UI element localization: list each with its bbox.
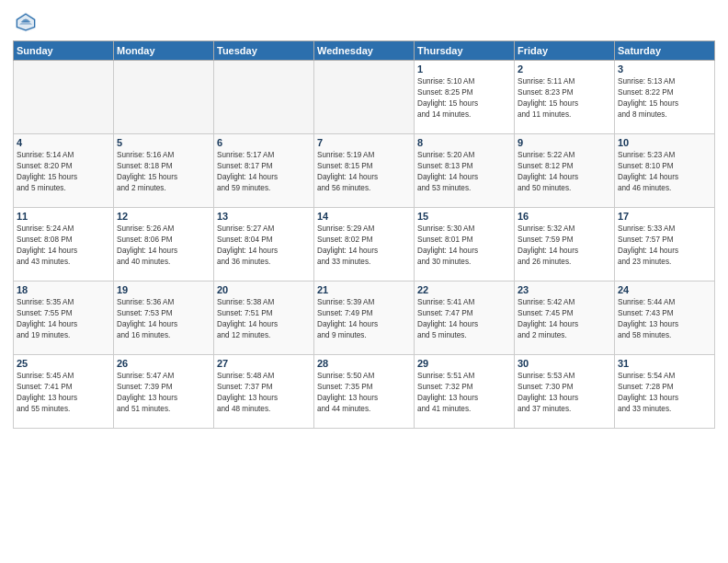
day-number: 13 [217, 211, 311, 222]
day-number: 26 [117, 358, 210, 369]
day-cell: 29Sunrise: 5:51 AMSunset: 7:32 PMDayligh… [415, 355, 515, 429]
day-number: 11 [17, 211, 110, 222]
day-number: 7 [317, 137, 411, 148]
day-cell: 8Sunrise: 5:20 AMSunset: 8:13 PMDaylight… [415, 134, 515, 208]
day-number: 6 [217, 137, 311, 148]
day-info: Sunrise: 5:35 AMSunset: 7:55 PMDaylight:… [17, 297, 110, 341]
header-row: SundayMondayTuesdayWednesdayThursdayFrid… [14, 41, 715, 61]
day-number: 15 [417, 211, 511, 222]
day-cell: 3Sunrise: 5:13 AMSunset: 8:22 PMDaylight… [615, 61, 715, 134]
day-number: 23 [518, 284, 611, 295]
day-header-saturday: Saturday [615, 41, 715, 61]
day-number: 29 [417, 358, 511, 369]
week-row-3: 11Sunrise: 5:24 AMSunset: 8:08 PMDayligh… [14, 208, 715, 282]
day-number: 25 [17, 358, 110, 369]
page-container: SundayMondayTuesdayWednesdayThursdayFrid… [0, 0, 728, 436]
day-cell: 23Sunrise: 5:42 AMSunset: 7:45 PMDayligh… [515, 282, 615, 355]
day-cell: 9Sunrise: 5:22 AMSunset: 8:12 PMDaylight… [515, 134, 615, 208]
day-info: Sunrise: 5:27 AMSunset: 8:04 PMDaylight:… [217, 224, 311, 268]
day-cell: 24Sunrise: 5:44 AMSunset: 7:43 PMDayligh… [615, 282, 715, 355]
day-cell: 31Sunrise: 5:54 AMSunset: 7:28 PMDayligh… [615, 355, 715, 429]
day-info: Sunrise: 5:32 AMSunset: 7:59 PMDaylight:… [518, 224, 611, 268]
day-number: 5 [117, 137, 210, 148]
day-info: Sunrise: 5:11 AMSunset: 8:23 PMDaylight:… [518, 76, 611, 121]
day-number: 27 [217, 358, 311, 369]
day-number: 2 [518, 63, 611, 75]
day-info: Sunrise: 5:36 AMSunset: 7:53 PMDaylight:… [117, 297, 210, 341]
day-number: 30 [518, 358, 611, 369]
day-cell: 7Sunrise: 5:19 AMSunset: 8:15 PMDaylight… [314, 134, 415, 208]
day-header-tuesday: Tuesday [214, 41, 314, 61]
day-cell [114, 61, 214, 134]
day-number: 3 [618, 63, 711, 75]
day-info: Sunrise: 5:38 AMSunset: 7:51 PMDaylight:… [217, 297, 311, 341]
day-cell: 28Sunrise: 5:50 AMSunset: 7:35 PMDayligh… [314, 355, 415, 429]
day-cell: 26Sunrise: 5:47 AMSunset: 7:39 PMDayligh… [114, 355, 214, 429]
day-number: 24 [618, 284, 711, 295]
day-number: 16 [518, 211, 611, 222]
header [13, 9, 715, 35]
day-cell: 27Sunrise: 5:48 AMSunset: 7:37 PMDayligh… [214, 355, 314, 429]
calendar-table: SundayMondayTuesdayWednesdayThursdayFrid… [13, 40, 715, 429]
week-row-1: 1Sunrise: 5:10 AMSunset: 8:25 PMDaylight… [14, 61, 715, 134]
day-cell: 17Sunrise: 5:33 AMSunset: 7:57 PMDayligh… [615, 208, 715, 282]
day-number: 8 [417, 137, 511, 148]
day-number: 9 [518, 137, 611, 148]
day-cell [14, 61, 114, 134]
day-number: 12 [117, 211, 210, 222]
day-info: Sunrise: 5:22 AMSunset: 8:12 PMDaylight:… [518, 150, 611, 194]
day-number: 22 [417, 284, 511, 295]
day-number: 31 [618, 358, 711, 369]
day-number: 18 [17, 284, 110, 295]
day-info: Sunrise: 5:19 AMSunset: 8:15 PMDaylight:… [317, 150, 411, 194]
day-header-monday: Monday [114, 41, 214, 61]
week-row-4: 18Sunrise: 5:35 AMSunset: 7:55 PMDayligh… [14, 282, 715, 355]
day-info: Sunrise: 5:47 AMSunset: 7:39 PMDaylight:… [117, 371, 210, 415]
day-info: Sunrise: 5:10 AMSunset: 8:25 PMDaylight:… [417, 76, 511, 121]
day-cell: 25Sunrise: 5:45 AMSunset: 7:41 PMDayligh… [14, 355, 114, 429]
day-cell: 21Sunrise: 5:39 AMSunset: 7:49 PMDayligh… [314, 282, 415, 355]
day-info: Sunrise: 5:48 AMSunset: 7:37 PMDaylight:… [217, 371, 311, 415]
day-number: 28 [317, 358, 411, 369]
day-number: 4 [17, 137, 110, 148]
day-info: Sunrise: 5:41 AMSunset: 7:47 PMDaylight:… [417, 297, 511, 341]
day-cell: 18Sunrise: 5:35 AMSunset: 7:55 PMDayligh… [14, 282, 114, 355]
week-row-5: 25Sunrise: 5:45 AMSunset: 7:41 PMDayligh… [14, 355, 715, 429]
day-info: Sunrise: 5:51 AMSunset: 7:32 PMDaylight:… [417, 371, 511, 415]
day-cell: 13Sunrise: 5:27 AMSunset: 8:04 PMDayligh… [214, 208, 314, 282]
logo [13, 9, 42, 35]
day-cell: 19Sunrise: 5:36 AMSunset: 7:53 PMDayligh… [114, 282, 214, 355]
day-info: Sunrise: 5:23 AMSunset: 8:10 PMDaylight:… [618, 150, 711, 194]
day-cell [214, 61, 314, 134]
day-cell: 5Sunrise: 5:16 AMSunset: 8:18 PMDaylight… [114, 134, 214, 208]
day-cell: 15Sunrise: 5:30 AMSunset: 8:01 PMDayligh… [415, 208, 515, 282]
day-number: 20 [217, 284, 311, 295]
day-header-sunday: Sunday [14, 41, 114, 61]
day-cell: 11Sunrise: 5:24 AMSunset: 8:08 PMDayligh… [14, 208, 114, 282]
day-header-thursday: Thursday [415, 41, 515, 61]
day-info: Sunrise: 5:54 AMSunset: 7:28 PMDaylight:… [618, 371, 711, 415]
day-info: Sunrise: 5:16 AMSunset: 8:18 PMDaylight:… [117, 150, 210, 194]
logo-icon [13, 9, 39, 35]
day-cell: 10Sunrise: 5:23 AMSunset: 8:10 PMDayligh… [615, 134, 715, 208]
day-number: 19 [117, 284, 210, 295]
day-header-wednesday: Wednesday [314, 41, 415, 61]
day-number: 17 [618, 211, 711, 222]
day-number: 1 [417, 63, 511, 75]
day-info: Sunrise: 5:14 AMSunset: 8:20 PMDaylight:… [17, 150, 110, 194]
day-info: Sunrise: 5:13 AMSunset: 8:22 PMDaylight:… [618, 76, 711, 121]
day-info: Sunrise: 5:45 AMSunset: 7:41 PMDaylight:… [17, 371, 110, 415]
week-row-2: 4Sunrise: 5:14 AMSunset: 8:20 PMDaylight… [14, 134, 715, 208]
day-info: Sunrise: 5:30 AMSunset: 8:01 PMDaylight:… [417, 224, 511, 268]
day-cell: 22Sunrise: 5:41 AMSunset: 7:47 PMDayligh… [415, 282, 515, 355]
day-info: Sunrise: 5:17 AMSunset: 8:17 PMDaylight:… [217, 150, 311, 194]
day-cell: 14Sunrise: 5:29 AMSunset: 8:02 PMDayligh… [314, 208, 415, 282]
day-cell: 1Sunrise: 5:10 AMSunset: 8:25 PMDaylight… [415, 61, 515, 134]
day-cell: 30Sunrise: 5:53 AMSunset: 7:30 PMDayligh… [515, 355, 615, 429]
day-cell: 4Sunrise: 5:14 AMSunset: 8:20 PMDaylight… [14, 134, 114, 208]
day-cell: 20Sunrise: 5:38 AMSunset: 7:51 PMDayligh… [214, 282, 314, 355]
day-info: Sunrise: 5:53 AMSunset: 7:30 PMDaylight:… [518, 371, 611, 415]
day-info: Sunrise: 5:24 AMSunset: 8:08 PMDaylight:… [17, 224, 110, 268]
day-info: Sunrise: 5:50 AMSunset: 7:35 PMDaylight:… [317, 371, 411, 415]
day-cell: 12Sunrise: 5:26 AMSunset: 8:06 PMDayligh… [114, 208, 214, 282]
